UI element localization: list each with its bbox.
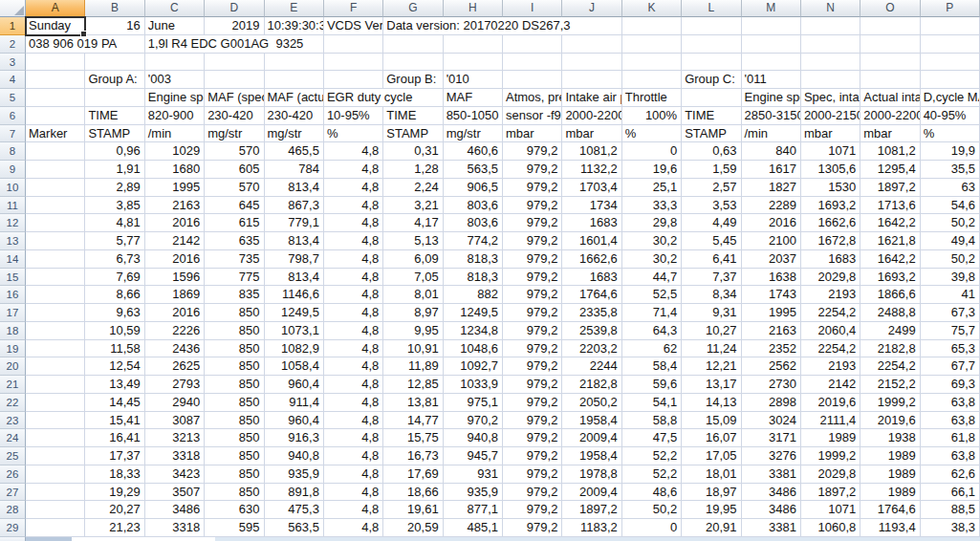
cell-C5[interactable]: Engine spe <box>145 89 205 107</box>
cell-M14[interactable]: 2037 <box>742 250 801 269</box>
cell-A24[interactable] <box>26 429 85 447</box>
cell-A8[interactable] <box>26 142 85 161</box>
row-header-20[interactable]: 20 <box>0 357 26 376</box>
row-header-6[interactable]: 6 <box>0 107 26 125</box>
cell-N1[interactable] <box>801 17 860 35</box>
cell-N29[interactable]: 1060,8 <box>801 519 860 537</box>
cell-D26[interactable]: 850 <box>205 465 264 484</box>
cell-E19[interactable]: 1082,9 <box>265 340 324 358</box>
cell-A9[interactable] <box>26 161 85 179</box>
cell-N23[interactable]: 2111,4 <box>801 412 860 430</box>
column-header-F[interactable]: F <box>324 0 383 17</box>
cell-D14[interactable]: 735 <box>205 250 264 269</box>
cell-I3[interactable] <box>503 54 562 72</box>
cell-G29[interactable]: 20,59 <box>383 519 443 537</box>
cell-G14[interactable]: 6,09 <box>383 250 443 269</box>
row-header-23[interactable]: 23 <box>0 412 26 430</box>
cell-C14[interactable]: 2016 <box>145 250 205 269</box>
cell-I26[interactable]: 979,2 <box>503 465 562 484</box>
cell-O23[interactable]: 2019,6 <box>860 412 920 430</box>
cell-M3[interactable] <box>742 54 801 72</box>
cell-B13[interactable]: 5,77 <box>85 232 144 250</box>
cell-B11[interactable]: 3,85 <box>85 197 144 215</box>
column-header-G[interactable]: G <box>383 0 443 17</box>
cell-H18[interactable]: 1234,8 <box>444 322 503 340</box>
cell-K3[interactable] <box>622 54 682 72</box>
row-header-25[interactable]: 25 <box>0 447 26 465</box>
cell-C1[interactable]: June <box>145 17 205 35</box>
cell-O17[interactable]: 2488,8 <box>860 304 920 322</box>
cell-L5[interactable] <box>682 89 741 107</box>
cell-I18[interactable]: 979,2 <box>503 322 562 340</box>
cell-C25[interactable]: 3318 <box>145 447 205 465</box>
cell-E7[interactable]: mg/str <box>265 125 324 143</box>
cell-E23[interactable]: 960,4 <box>265 412 324 430</box>
cell-G24[interactable]: 15,75 <box>383 429 443 447</box>
cell-L3[interactable] <box>682 54 741 72</box>
cell-O24[interactable]: 1938 <box>860 429 920 447</box>
cell-E3[interactable] <box>265 54 324 72</box>
cell-E29[interactable]: 563,5 <box>265 519 324 537</box>
cell-K2[interactable] <box>622 35 682 54</box>
cell-N24[interactable]: 1989 <box>801 429 860 447</box>
cell-B22[interactable]: 14,45 <box>85 394 144 412</box>
cell-I15[interactable]: 979,2 <box>503 269 562 287</box>
column-header-B[interactable]: B <box>85 0 144 17</box>
cell-C10[interactable]: 1995 <box>145 179 205 197</box>
cell-J26[interactable]: 1978,8 <box>562 465 621 484</box>
cell-K5[interactable]: Throttle <box>622 89 682 107</box>
cell-B6[interactable]: TIME <box>85 107 144 125</box>
row-header-11[interactable]: 11 <box>0 197 26 215</box>
cell-G10[interactable]: 2,24 <box>383 179 443 197</box>
row-header-7[interactable]: 7 <box>0 125 26 143</box>
row-header-1[interactable]: 1 <box>0 17 26 35</box>
row-header-13[interactable]: 13 <box>0 232 26 250</box>
row-header-5[interactable]: 5 <box>0 89 26 107</box>
cell-L9[interactable]: 1,59 <box>682 161 741 179</box>
cell-B20[interactable]: 12,54 <box>85 357 144 376</box>
cell-M16[interactable]: 1743 <box>742 286 801 304</box>
cell-B26[interactable]: 18,33 <box>85 465 144 484</box>
cell-J11[interactable]: 1734 <box>562 197 621 215</box>
cell-N26[interactable]: 2029,8 <box>801 465 860 484</box>
cell-L24[interactable]: 16,07 <box>682 429 741 447</box>
cell-K4[interactable] <box>622 71 682 89</box>
cell-I24[interactable]: 979,2 <box>503 429 562 447</box>
cell-E14[interactable]: 798,7 <box>265 250 324 269</box>
cell-J10[interactable]: 1703,4 <box>562 179 621 197</box>
cell-G9[interactable]: 1,28 <box>383 161 443 179</box>
cell-D8[interactable]: 570 <box>205 142 264 161</box>
row-header-2[interactable]: 2 <box>0 35 26 54</box>
cell-L6[interactable]: TIME <box>682 107 741 125</box>
cell-I7[interactable]: mbar <box>503 125 562 143</box>
cell-E16[interactable]: 1146,6 <box>265 286 324 304</box>
cell-L21[interactable]: 13,17 <box>682 376 741 394</box>
cell-A18[interactable] <box>26 322 85 340</box>
cell-N11[interactable]: 1693,2 <box>801 197 860 215</box>
cell-M17[interactable]: 1995 <box>742 304 801 322</box>
cell-F24[interactable]: 4,8 <box>324 429 383 447</box>
cell-C18[interactable]: 2226 <box>145 322 205 340</box>
cell-I21[interactable]: 979,2 <box>503 376 562 394</box>
cell-D21[interactable]: 850 <box>205 376 264 394</box>
cell-A13[interactable] <box>26 232 85 250</box>
cell-G13[interactable]: 5,13 <box>383 232 443 250</box>
cell-A14[interactable] <box>26 250 85 269</box>
cell-K27[interactable]: 48,6 <box>622 484 682 502</box>
cell-O15[interactable]: 1693,2 <box>860 269 920 287</box>
cell-J20[interactable]: 2244 <box>562 357 621 376</box>
cell-G25[interactable]: 16,73 <box>383 447 443 465</box>
cell-J24[interactable]: 2009,4 <box>562 429 621 447</box>
cell-L27[interactable]: 18,97 <box>682 484 741 502</box>
row-header-10[interactable]: 10 <box>0 179 26 197</box>
cell-L14[interactable]: 6,41 <box>682 250 741 269</box>
cell-I4[interactable] <box>503 71 562 89</box>
cell-H25[interactable]: 945,7 <box>444 447 503 465</box>
cell-K16[interactable]: 52,5 <box>622 286 682 304</box>
cell-J9[interactable]: 1132,2 <box>562 161 621 179</box>
cell-H15[interactable]: 818,3 <box>444 269 503 287</box>
cell-F11[interactable]: 4,8 <box>324 197 383 215</box>
cell-C12[interactable]: 2016 <box>145 214 205 232</box>
cell-A12[interactable] <box>26 214 85 232</box>
cell-P5[interactable]: D,cycle MA <box>921 89 980 107</box>
